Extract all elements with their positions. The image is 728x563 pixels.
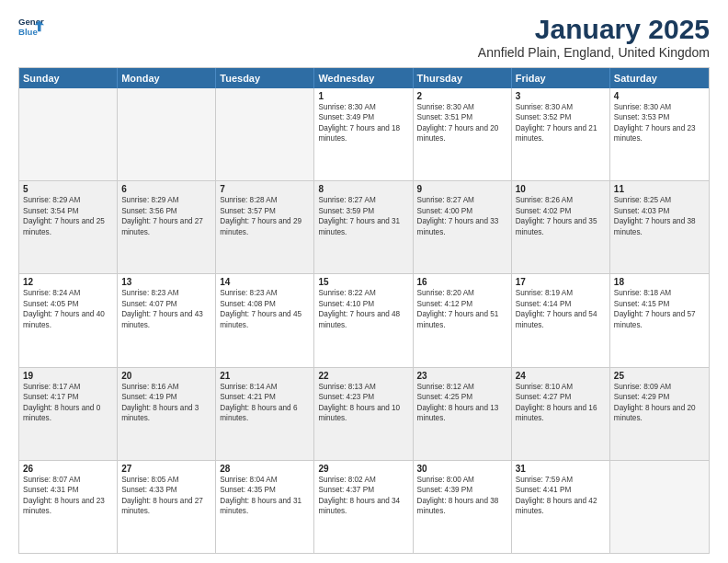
day-number: 27	[121, 464, 211, 474]
day-info: Sunrise: 8:10 AMSunset: 4:27 PMDaylight:…	[516, 382, 606, 424]
day-info: Sunrise: 8:30 AMSunset: 3:53 PMDaylight:…	[614, 102, 705, 144]
day-number: 16	[417, 277, 507, 287]
day-cell: 7Sunrise: 8:28 AMSunset: 3:57 PMDaylight…	[216, 181, 314, 273]
day-info: Sunrise: 8:02 AMSunset: 4:37 PMDaylight:…	[318, 475, 408, 517]
day-cell: 9Sunrise: 8:27 AMSunset: 4:00 PMDaylight…	[414, 181, 512, 273]
day-number: 30	[417, 464, 507, 474]
day-cell: 12Sunrise: 8:24 AMSunset: 4:05 PMDayligh…	[19, 274, 118, 366]
day-info: Sunrise: 8:24 AMSunset: 4:05 PMDaylight:…	[23, 288, 113, 330]
day-number: 31	[516, 464, 606, 474]
day-info: Sunrise: 8:30 AMSunset: 3:49 PMDaylight:…	[318, 102, 408, 144]
day-info: Sunrise: 8:22 AMSunset: 4:10 PMDaylight:…	[318, 288, 408, 330]
header-sunday: Sunday	[19, 68, 118, 88]
day-number: 1	[318, 91, 408, 101]
day-cell: 1Sunrise: 8:30 AMSunset: 3:49 PMDaylight…	[314, 88, 413, 180]
day-cell: 6Sunrise: 8:29 AMSunset: 3:56 PMDaylight…	[118, 181, 216, 273]
day-info: Sunrise: 8:27 AMSunset: 3:59 PMDaylight:…	[318, 195, 408, 237]
week-row-1: 1Sunrise: 8:30 AMSunset: 3:49 PMDaylight…	[19, 88, 709, 180]
day-cell: 28Sunrise: 8:04 AMSunset: 4:35 PMDayligh…	[216, 461, 314, 553]
day-number: 15	[318, 277, 408, 287]
day-cell: 5Sunrise: 8:29 AMSunset: 3:54 PMDaylight…	[19, 181, 118, 273]
day-info: Sunrise: 8:28 AMSunset: 3:57 PMDaylight:…	[220, 195, 310, 237]
day-number: 6	[121, 184, 211, 194]
day-info: Sunrise: 8:05 AMSunset: 4:33 PMDaylight:…	[121, 475, 211, 517]
day-cell: 30Sunrise: 8:00 AMSunset: 4:39 PMDayligh…	[414, 461, 512, 553]
day-cell: 8Sunrise: 8:27 AMSunset: 3:59 PMDaylight…	[314, 181, 413, 273]
day-cell: 17Sunrise: 8:19 AMSunset: 4:14 PMDayligh…	[512, 274, 610, 366]
day-number: 4	[614, 91, 705, 101]
day-info: Sunrise: 8:13 AMSunset: 4:23 PMDaylight:…	[318, 382, 408, 424]
svg-text:Blue: Blue	[18, 27, 38, 37]
day-cell	[216, 88, 314, 180]
month-title: January 2025	[478, 14, 710, 45]
day-cell: 24Sunrise: 8:10 AMSunset: 4:27 PMDayligh…	[512, 368, 610, 460]
day-cell: 11Sunrise: 8:25 AMSunset: 4:03 PMDayligh…	[610, 181, 709, 273]
day-number: 23	[417, 371, 507, 381]
day-number: 29	[318, 464, 408, 474]
day-info: Sunrise: 8:29 AMSunset: 3:54 PMDaylight:…	[23, 195, 113, 237]
day-number: 24	[516, 371, 606, 381]
week-row-5: 26Sunrise: 8:07 AMSunset: 4:31 PMDayligh…	[19, 460, 709, 553]
day-number: 7	[220, 184, 310, 194]
day-number: 22	[318, 371, 408, 381]
day-number: 2	[417, 91, 507, 101]
day-number: 5	[23, 184, 113, 194]
page: General Blue January 2025 Annfield Plain…	[0, 0, 728, 563]
header-wednesday: Wednesday	[314, 68, 413, 88]
weeks: 1Sunrise: 8:30 AMSunset: 3:49 PMDaylight…	[19, 88, 709, 553]
day-number: 18	[614, 277, 705, 287]
day-cell: 10Sunrise: 8:26 AMSunset: 4:02 PMDayligh…	[512, 181, 610, 273]
day-number: 21	[220, 371, 310, 381]
header-tuesday: Tuesday	[216, 68, 314, 88]
day-cell: 23Sunrise: 8:12 AMSunset: 4:25 PMDayligh…	[414, 368, 512, 460]
day-cell: 26Sunrise: 8:07 AMSunset: 4:31 PMDayligh…	[19, 461, 118, 553]
day-number: 13	[121, 277, 211, 287]
day-info: Sunrise: 8:07 AMSunset: 4:31 PMDaylight:…	[23, 475, 113, 517]
day-cell: 3Sunrise: 8:30 AMSunset: 3:52 PMDaylight…	[512, 88, 610, 180]
header-saturday: Saturday	[610, 68, 709, 88]
day-info: Sunrise: 8:25 AMSunset: 4:03 PMDaylight:…	[614, 195, 705, 237]
header-thursday: Thursday	[414, 68, 512, 88]
day-info: Sunrise: 8:12 AMSunset: 4:25 PMDaylight:…	[417, 382, 507, 424]
day-cell: 16Sunrise: 8:20 AMSunset: 4:12 PMDayligh…	[414, 274, 512, 366]
day-cell	[118, 88, 216, 180]
day-cell: 22Sunrise: 8:13 AMSunset: 4:23 PMDayligh…	[314, 368, 413, 460]
logo: General Blue	[18, 14, 44, 40]
day-info: Sunrise: 8:26 AMSunset: 4:02 PMDaylight:…	[516, 195, 606, 237]
day-cell: 21Sunrise: 8:14 AMSunset: 4:21 PMDayligh…	[216, 368, 314, 460]
day-info: Sunrise: 7:59 AMSunset: 4:41 PMDaylight:…	[516, 475, 606, 517]
day-cell: 18Sunrise: 8:18 AMSunset: 4:15 PMDayligh…	[610, 274, 709, 366]
day-info: Sunrise: 8:23 AMSunset: 4:07 PMDaylight:…	[121, 288, 211, 330]
day-number: 25	[614, 371, 705, 381]
day-info: Sunrise: 8:04 AMSunset: 4:35 PMDaylight:…	[220, 475, 310, 517]
day-cell	[19, 88, 118, 180]
day-info: Sunrise: 8:16 AMSunset: 4:19 PMDaylight:…	[121, 382, 211, 424]
day-number: 14	[220, 277, 310, 287]
day-number: 19	[23, 371, 113, 381]
day-number: 8	[318, 184, 408, 194]
day-info: Sunrise: 8:30 AMSunset: 3:51 PMDaylight:…	[417, 102, 507, 144]
day-info: Sunrise: 8:09 AMSunset: 4:29 PMDaylight:…	[614, 382, 705, 424]
day-number: 20	[121, 371, 211, 381]
day-cell: 25Sunrise: 8:09 AMSunset: 4:29 PMDayligh…	[610, 368, 709, 460]
day-cell: 4Sunrise: 8:30 AMSunset: 3:53 PMDaylight…	[610, 88, 709, 180]
week-row-2: 5Sunrise: 8:29 AMSunset: 3:54 PMDaylight…	[19, 180, 709, 273]
day-info: Sunrise: 8:20 AMSunset: 4:12 PMDaylight:…	[417, 288, 507, 330]
day-cell: 27Sunrise: 8:05 AMSunset: 4:33 PMDayligh…	[118, 461, 216, 553]
day-cell: 31Sunrise: 7:59 AMSunset: 4:41 PMDayligh…	[512, 461, 610, 553]
day-info: Sunrise: 8:17 AMSunset: 4:17 PMDaylight:…	[23, 382, 113, 424]
day-cell: 19Sunrise: 8:17 AMSunset: 4:17 PMDayligh…	[19, 368, 118, 460]
calendar: Sunday Monday Tuesday Wednesday Thursday…	[18, 67, 710, 554]
day-number: 28	[220, 464, 310, 474]
day-number: 10	[516, 184, 606, 194]
day-cell: 14Sunrise: 8:23 AMSunset: 4:08 PMDayligh…	[216, 274, 314, 366]
day-number: 12	[23, 277, 113, 287]
week-row-4: 19Sunrise: 8:17 AMSunset: 4:17 PMDayligh…	[19, 367, 709, 460]
day-info: Sunrise: 8:00 AMSunset: 4:39 PMDaylight:…	[417, 475, 507, 517]
day-info: Sunrise: 8:27 AMSunset: 4:00 PMDaylight:…	[417, 195, 507, 237]
title-block: January 2025 Annfield Plain, England, Un…	[478, 14, 710, 60]
day-headers: Sunday Monday Tuesday Wednesday Thursday…	[19, 68, 709, 88]
day-number: 9	[417, 184, 507, 194]
day-info: Sunrise: 8:29 AMSunset: 3:56 PMDaylight:…	[121, 195, 211, 237]
day-number: 17	[516, 277, 606, 287]
